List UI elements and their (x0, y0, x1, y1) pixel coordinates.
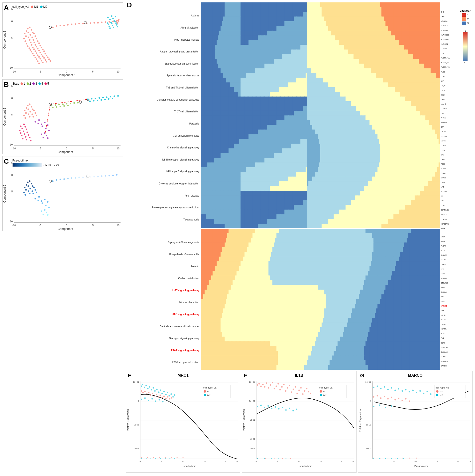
svg-point-346 (177, 457, 178, 458)
svg-point-383 (258, 383, 260, 385)
svg-point-338 (169, 398, 170, 400)
svg-point-354 (170, 458, 170, 459)
svg-point-313 (172, 396, 174, 398)
svg-text:1: 1 (370, 400, 371, 402)
svg-point-323 (141, 390, 142, 392)
svg-point-24 (28, 37, 29, 38)
svg-point-471 (419, 390, 421, 392)
svg-text:1e-01: 1e-01 (366, 424, 371, 426)
svg-point-417 (260, 405, 262, 406)
svg-text:cell_type_val: cell_type_val (435, 386, 449, 389)
pathway-label: Asthma (126, 14, 199, 17)
svg-point-227 (31, 183, 32, 184)
svg-point-501 (409, 458, 410, 459)
svg-text:Component 2: Component 2 (3, 185, 6, 203)
svg-point-274 (49, 180, 51, 182)
svg-text:1e+02: 1e+02 (249, 381, 255, 383)
svg-point-237 (34, 189, 36, 190)
svg-point-36 (31, 44, 32, 46)
svg-point-435 (320, 390, 322, 392)
colorbar-container: 3 Cluster 1 2 3 (458, 2, 473, 370)
svg-point-458 (373, 387, 374, 388)
svg-point-110 (112, 25, 113, 26)
svg-point-152 (66, 103, 67, 104)
svg-point-250 (82, 176, 84, 178)
svg-text:10: 10 (117, 70, 119, 73)
svg-point-138 (30, 111, 31, 112)
svg-point-428 (257, 458, 258, 459)
svg-point-308 (163, 391, 165, 392)
svg-point-177 (91, 98, 92, 99)
svg-point-77 (60, 25, 61, 26)
svg-point-482 (379, 405, 380, 406)
svg-point-49 (38, 50, 40, 51)
svg-point-171 (44, 132, 45, 134)
svg-point-185 (89, 101, 91, 102)
svg-point-300 (149, 386, 150, 388)
svg-point-164 (41, 123, 42, 125)
svg-point-249 (78, 176, 80, 178)
svg-point-68 (41, 60, 42, 61)
svg-point-199 (27, 132, 28, 133)
svg-point-298 (146, 385, 147, 386)
svg-point-90 (109, 21, 110, 22)
svg-point-412 (265, 458, 266, 459)
svg-point-78 (63, 25, 65, 26)
svg-point-463 (391, 387, 392, 389)
svg-point-387 (266, 382, 268, 384)
svg-point-136 (32, 109, 33, 110)
svg-point-13 (27, 28, 29, 29)
svg-point-489 (387, 398, 389, 400)
svg-point-35 (27, 45, 29, 47)
svg-point-167 (37, 123, 39, 124)
pathway-label: Biosynthesis of amino acids (126, 253, 199, 256)
svg-text:Relative Expression: Relative Expression (358, 409, 361, 432)
svg-point-324 (142, 392, 144, 393)
svg-point-81 (75, 23, 76, 25)
svg-text:M2: M2 (207, 394, 211, 396)
svg-point-174 (43, 137, 44, 138)
svg-point-408 (306, 388, 307, 389)
svg-point-201 (24, 133, 25, 135)
svg-point-195 (21, 128, 23, 129)
svg-point-162 (34, 121, 36, 122)
svg-point-494 (405, 398, 407, 400)
svg-point-30 (36, 38, 37, 39)
svg-point-254 (97, 176, 99, 177)
svg-text:25: 25 (468, 460, 471, 463)
svg-text:M1: M1 (440, 390, 443, 393)
svg-point-265 (37, 200, 39, 201)
svg-point-431 (278, 458, 279, 459)
svg-point-413 (274, 458, 275, 459)
svg-point-389 (270, 384, 271, 386)
svg-point-69 (45, 59, 46, 61)
svg-point-191 (112, 98, 113, 99)
svg-point-299 (147, 388, 149, 389)
pathway-label: Carbon metabolism (126, 277, 199, 280)
svg-point-468 (408, 391, 410, 392)
svg-point-311 (169, 395, 170, 396)
svg-point-183 (114, 96, 115, 97)
svg-point-179 (98, 97, 100, 99)
svg-point-246 (67, 178, 69, 179)
svg-point-111 (109, 26, 110, 27)
svg-point-141 (28, 114, 29, 115)
pathway-label: Prion disease (126, 194, 199, 197)
svg-point-26 (34, 35, 36, 37)
svg-point-143 (34, 112, 36, 114)
svg-point-133 (31, 106, 32, 107)
svg-point-473 (426, 391, 428, 392)
svg-point-401 (293, 389, 294, 390)
svg-point-168 (42, 125, 43, 127)
svg-point-321 (162, 401, 164, 403)
svg-point-197 (19, 130, 20, 131)
svg-text:20: 20 (457, 460, 459, 463)
svg-text:5: 5 (92, 224, 94, 227)
svg-point-485 (373, 396, 374, 398)
svg-point-296 (142, 384, 143, 385)
svg-point-165 (44, 122, 45, 123)
svg-point-245 (63, 178, 65, 180)
svg-text:0: 0 (256, 460, 257, 463)
svg-text:1e+01: 1e+01 (133, 381, 139, 383)
svg-point-50 (42, 49, 44, 50)
